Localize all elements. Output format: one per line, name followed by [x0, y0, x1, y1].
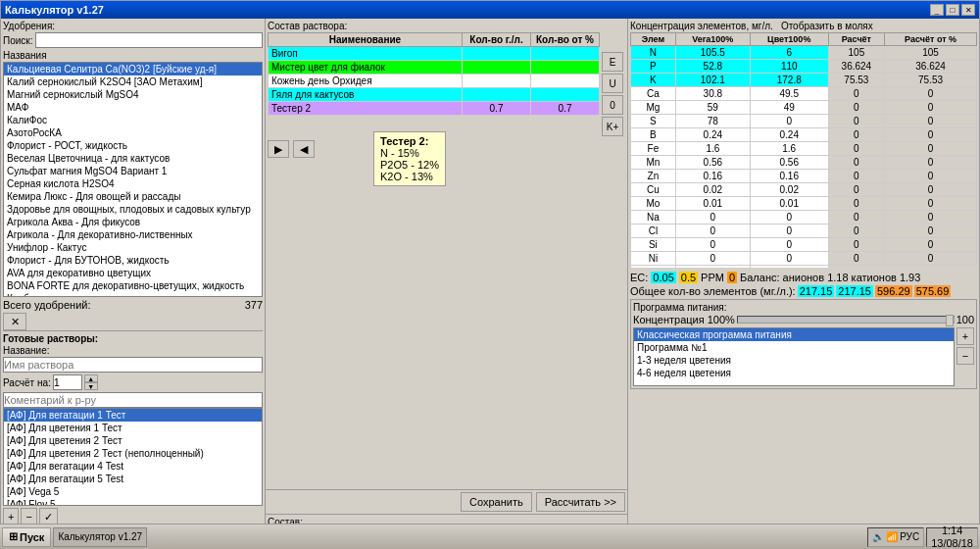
prog-item[interactable]: 1-3 неделя цветения — [634, 354, 954, 367]
arrow-left-btn[interactable]: ◀ — [293, 140, 315, 158]
total-label: Всего удобрений: — [3, 299, 91, 311]
list-item[interactable]: [АФ] Для цветения 2 Тест — [4, 434, 262, 447]
prog-list[interactable]: Классическая программа питанияПрограмма … — [633, 327, 955, 386]
nav-u-btn[interactable]: U — [602, 74, 623, 93]
prog-item[interactable]: 4-6 неделя цветения — [634, 367, 954, 379]
cvet-cell: 0.02 — [750, 183, 828, 197]
spin-up-btn[interactable]: ▲ — [84, 374, 98, 382]
start-btn[interactable]: ⊞ Пуск — [2, 527, 51, 547]
prog-plus-btn[interactable]: + — [956, 327, 974, 345]
list-item[interactable]: Агрикола - Для декоративно-лиственных — [4, 228, 262, 241]
list-item[interactable]: [АФ] Vega 5 — [4, 485, 262, 498]
vera-cell: 105.5 — [675, 46, 750, 60]
table-row: Ni 0 0 0 0 — [631, 252, 977, 266]
total-elem-row: Общее кол-во элементов (мг./л.): 217.15 … — [630, 285, 977, 297]
list-item[interactable]: Карбамид — [4, 292, 262, 297]
ec-val2: 0.5 — [679, 272, 698, 283]
list-item[interactable]: Унифлор - Кактус — [4, 241, 262, 254]
nav-0-btn[interactable]: 0 — [602, 95, 623, 115]
arrow-right-btn[interactable]: ▶ — [268, 140, 289, 158]
concentration-label: Концентрация элементов, мг/л. — [630, 21, 773, 31]
calc-cell: 0 — [828, 170, 885, 183]
names-label: Названия — [3, 50, 263, 61]
vera-cell: 30.8 — [675, 87, 750, 101]
list-item[interactable]: КалиФос — [4, 114, 262, 126]
list-item[interactable]: АзотоРосКА — [4, 126, 262, 139]
minimize-btn[interactable]: _ — [930, 4, 944, 16]
vera-cell: 52.8 — [675, 60, 750, 74]
ready-panel: Готовые растворы: Название: Расчёт на: ▲… — [3, 330, 263, 525]
list-item[interactable]: [АФ] Для вегатации 5 Test — [4, 473, 262, 485]
table-row: P 52.8 110 36.624 36.624 — [631, 60, 977, 74]
list-item[interactable]: Кальциевая Селитра Ca(NO3)2 [Буйские уд-… — [4, 63, 262, 75]
elem-cell: B — [631, 128, 676, 142]
comp-name-cell: Кожень день Орхидея — [269, 75, 463, 88]
calc-btn[interactable]: Рассчитать >> — [536, 492, 625, 512]
middle-content: Наименование Кол-во г./л. Кол-во от % Ви… — [268, 32, 625, 138]
elem-table: Элем Vera100% Цвет100% Расчёт Расчёт от … — [630, 32, 977, 268]
save-btn[interactable]: Сохранить — [461, 492, 532, 512]
cvet-cell: 6 — [750, 46, 828, 60]
prog-item[interactable]: Программа №1 — [634, 341, 954, 354]
list-item[interactable]: Здоровье для овощных, плодовых и садовых… — [4, 203, 262, 216]
elem-cell: Cu — [631, 183, 676, 197]
list-item[interactable]: МАФ — [4, 101, 262, 114]
prog-minus-btn[interactable]: − — [956, 347, 974, 365]
ec-val1: 0.05 — [651, 272, 675, 283]
table-row: Zn 0.16 0.16 0 0 — [631, 170, 977, 183]
list-item[interactable]: Агрикола Аква - Для фикусов — [4, 216, 262, 228]
close-btn[interactable]: ✕ — [961, 4, 975, 16]
elem-cell: S — [631, 115, 676, 128]
delete-btn[interactable]: ✕ — [3, 313, 26, 330]
calc-pct-cell: 0 — [885, 115, 977, 128]
calc-pct-cell: 105 — [885, 46, 977, 60]
taskbar-item-calc[interactable]: Калькулятор v1.27 — [53, 527, 147, 547]
nav-e-btn[interactable]: E — [602, 52, 623, 72]
list-item[interactable]: Флорист - Для БУТОНОВ, жидкость — [4, 254, 262, 267]
calc-cell: 0 — [828, 87, 885, 101]
list-item[interactable]: [АФ] Flov 5 — [4, 498, 262, 506]
prog-item[interactable]: Классическая программа питания — [634, 328, 954, 341]
cvet-cell: 0.01 — [750, 197, 828, 211]
total-row: Всего удобрений: 377 — [3, 299, 263, 311]
list-item[interactable]: Серная кислота H2SO4 — [4, 177, 262, 190]
search-input[interactable] — [35, 32, 264, 48]
list-item[interactable]: [АФ] Для вегатации 1 Тест — [4, 409, 262, 422]
spin-down-btn[interactable]: ▼ — [84, 382, 98, 390]
list-item[interactable]: Веселая Цветочница - для кактусов — [4, 152, 262, 165]
list-item[interactable]: Калий сернокислый K2SO4 [ЗАО Метахим] — [4, 75, 262, 88]
calc-cell: 0 — [828, 266, 885, 269]
list-item[interactable]: [АФ] Для цветения 1 Тест — [4, 422, 262, 434]
calc-input[interactable] — [53, 374, 82, 390]
calc-row: Расчёт на: ▲ ▼ — [3, 374, 263, 390]
solutions-list[interactable]: [АФ] Для вегатации 1 Тест[АФ] Для цветен… — [3, 408, 263, 506]
maximize-btn[interactable]: □ — [946, 4, 959, 16]
comp-amount-cell — [463, 75, 531, 88]
list-item[interactable]: [АФ] Для вегатации 4 Test — [4, 460, 262, 473]
calc-cell: 0 — [828, 211, 885, 225]
elem-cell: K — [631, 74, 676, 87]
list-item[interactable]: Флорист - РОСТ, жидкость — [4, 139, 262, 152]
start-label: Пуск — [20, 531, 44, 543]
table-row: Si 0 0 0 0 — [631, 238, 977, 252]
comment-input[interactable] — [3, 392, 263, 408]
lang-display: РУС — [900, 531, 919, 542]
list-item[interactable]: BONA FORTE для декоративно-цветущих, жид… — [4, 279, 262, 292]
solution-name-input[interactable] — [3, 357, 263, 373]
fertilizer-list[interactable]: Кальциевая Селитра Ca(NO3)2 [Буйские уд-… — [3, 62, 263, 297]
table-row: Se 0 0 0 0 — [631, 266, 977, 269]
total-val3: 596.29 — [875, 285, 912, 297]
ec-label: ЕС: — [630, 272, 648, 283]
list-item[interactable]: Сульфат магния MgSO4 Вариант 1 — [4, 165, 262, 177]
calc-pct-cell: 0 — [885, 128, 977, 142]
comp-table-area: Наименование Кол-во г./л. Кол-во от % Ви… — [268, 32, 600, 138]
table-row: Mo 0.01 0.01 0 0 — [631, 197, 977, 211]
nav-kplus-btn[interactable]: K+ — [602, 117, 623, 136]
list-item[interactable]: Магний сернокислый MgSO4 — [4, 88, 262, 101]
list-item[interactable]: Кемира Люкс - Для овощей и рассады — [4, 190, 262, 203]
slider-thumb[interactable] — [946, 315, 954, 326]
list-item[interactable]: AVA для декоративно цветущих — [4, 267, 262, 279]
calc-pct-cell: 0 — [885, 170, 977, 183]
cvet-cell: 0 — [750, 225, 828, 238]
list-item[interactable]: [АФ] Для цветения 2 Тест (неполноценный) — [4, 447, 262, 460]
